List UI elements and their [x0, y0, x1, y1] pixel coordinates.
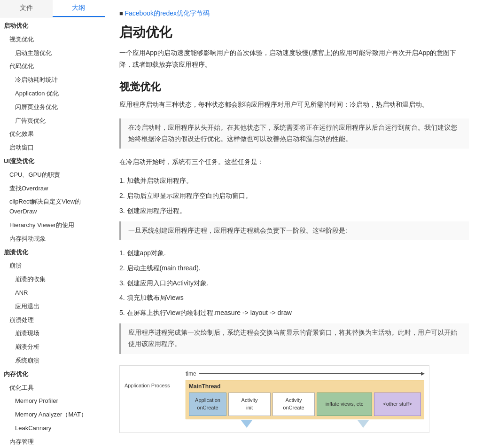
sidebar-nav-item[interactable]: 优化效果 — [0, 127, 105, 141]
sidebar-nav-item[interactable]: clipRect解决自定义View的OverDraw — [0, 195, 105, 219]
task-item: 3. 创建应用程序进程。 — [119, 205, 469, 217]
box-activity-init: Activityinit — [228, 393, 271, 416]
sidebar-nav-item[interactable]: Memory Profiler — [0, 394, 105, 408]
stage-item: 4. 填充加载布局Views — [119, 292, 469, 304]
sidebar-nav-item[interactable]: 崩溃的收集 — [0, 273, 105, 286]
intro-text: 一个应用App的启动速度能够影响用户的首次体验，启动速度较慢(感官上)的应用可能… — [119, 47, 469, 71]
diagram-label-col: Application Process — [125, 380, 186, 419]
thread-boxes: ApplicationonCreate Activityinit Activit… — [189, 393, 421, 416]
sidebar-nav-item[interactable]: 崩溃 — [0, 259, 105, 273]
sidebar-nav-item[interactable]: 启动主题优化 — [0, 47, 105, 60]
time-row: time — [125, 370, 424, 377]
sidebar-tabs: 文件 大纲 — [0, 0, 105, 17]
final-blockquote: 应用程序进程完成第一次绘制后，系统进程会交换当前显示的背景窗口，将其替换为主活动… — [119, 323, 469, 354]
sidebar-nav-item[interactable]: 启动窗口 — [0, 141, 105, 155]
section1-title: 视觉优化 — [119, 80, 469, 94]
sidebar-nav-item[interactable]: 代码优化 — [0, 60, 105, 73]
sidebar-nav-item[interactable]: 视觉优化 — [0, 33, 105, 47]
section1-intro: 应用程序启动有三种状态，每种状态都会影响应用程序对用户可见所需的时间：冷启动，热… — [119, 99, 469, 110]
page-title: 启动优化 — [119, 24, 469, 41]
sidebar-nav-item[interactable]: Hierarchy Viewer的使用 — [0, 219, 105, 232]
task-item: 1. 加载并启动应用程序。 — [119, 175, 469, 187]
sidebar-nav-item[interactable]: CPU、GPU的职责 — [0, 168, 105, 182]
stage-item: 1. 创建app对象. — [119, 248, 469, 259]
sidebar-nav-item[interactable]: 崩溃现场 — [0, 327, 105, 340]
diagram-body: Application Process MainThread Applicati… — [125, 380, 424, 419]
diagram-bottom — [125, 420, 424, 428]
sidebar-nav-item[interactable]: LeakCannary — [0, 422, 105, 435]
tab-outline[interactable]: 大纲 — [53, 0, 105, 17]
box-inflate-views: inflate views, etc — [317, 393, 372, 416]
blockquote1: 在冷启动时，应用程序从头开始。在其他状态下，系统需要将正在运行的应用程序从后台运… — [119, 118, 469, 149]
sidebar-nav-item[interactable]: 查找Overdraw — [0, 182, 105, 196]
triangle2 — [358, 420, 369, 428]
cold-start-intro: 在冷启动开始时，系统有三个任务。这些任务是： — [119, 156, 469, 168]
sidebar-nav-item[interactable]: 崩溃优化 — [0, 246, 105, 259]
sidebar-nav-item[interactable]: Application 优化 — [0, 87, 105, 101]
sidebar-nav-item[interactable]: 优化工具 — [0, 381, 105, 395]
task-item: 2. 启动后立即显示应用程序空白的启动窗口。 — [119, 190, 469, 202]
startup-diagram: time Application Process MainThread Appl… — [119, 365, 429, 433]
box-activity-oncreate: ActivityonCreate — [273, 393, 315, 416]
app-process-label: Application Process — [125, 383, 186, 388]
sidebar-nav-item[interactable]: 内存抖动现象 — [0, 232, 105, 246]
main-content: ■ Facebook的redex优化字节码 启动优化 一个应用App的启动速度能… — [105, 0, 483, 448]
time-arrow — [199, 373, 424, 374]
sidebar-nav-item[interactable]: Memory Analyzer（MAT） — [0, 408, 105, 422]
sidebar-nav-item[interactable]: 内存优化 — [0, 368, 105, 381]
box-other-stuff: <other stuff> — [374, 393, 421, 416]
stage-item: 5. 在屏幕上执行View的绘制过程.measure -> layout -> … — [119, 307, 469, 319]
sidebar-nav-item[interactable]: 系统崩溃 — [0, 354, 105, 368]
tab-file[interactable]: 文件 — [0, 0, 53, 17]
sidebar: 文件 大纲 启动优化视觉优化启动主题优化代码优化冷启动耗时统计Applicati… — [0, 0, 105, 448]
sidebar-nav-item[interactable]: 崩溃处理 — [0, 314, 105, 327]
triangle1 — [241, 420, 252, 428]
main-thread-label: MainThread — [189, 383, 421, 390]
sidebar-nav-item[interactable]: 内存管理 — [0, 435, 105, 448]
stages-list: 1. 创建app对象.2. 启动主线程(main thread).3. 创建应用… — [129, 248, 469, 319]
tasks-list: 1. 加载并启动应用程序。2. 启动后立即显示应用程序空白的启动窗口。3. 创建… — [129, 175, 469, 216]
sidebar-nav-item[interactable]: UI渲染优化 — [0, 155, 105, 168]
blockquote2: 一旦系统创建应用程序进程，应用程序进程就会负责下一阶段。这些阶段是: — [119, 221, 469, 240]
sidebar-nav-item[interactable]: 应用退出 — [0, 300, 105, 314]
sidebar-nav-item[interactable]: ANR — [0, 286, 105, 300]
sidebar-nav-item[interactable]: 崩溃分析 — [0, 340, 105, 354]
stage-item: 3. 创建应用入口的Activity对象. — [119, 278, 469, 289]
diagram-content: MainThread ApplicationonCreate Activityi… — [186, 380, 424, 419]
redex-link[interactable]: Facebook的redex优化字节码 — [125, 9, 210, 17]
time-label: time — [186, 370, 196, 377]
stage-item: 2. 启动主线程(main thread). — [119, 263, 469, 274]
sidebar-nav-item[interactable]: 闪屏页业务优化 — [0, 101, 105, 114]
sidebar-nav-item[interactable]: 冷启动耗时统计 — [0, 73, 105, 87]
sidebar-nav-item[interactable]: 启动优化 — [0, 19, 105, 33]
sidebar-nav: 启动优化视觉优化启动主题优化代码优化冷启动耗时统计Application 优化闪… — [0, 17, 105, 448]
sidebar-nav-item[interactable]: 广告页优化 — [0, 114, 105, 128]
box-app-oncreate: ApplicationonCreate — [189, 393, 226, 416]
